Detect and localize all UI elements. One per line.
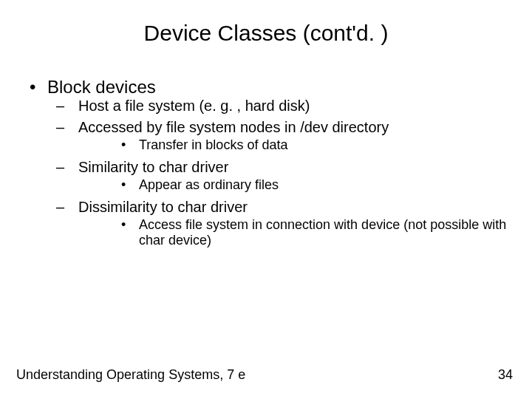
list-item-text: Similarity to char driver [78,159,228,176]
list-item: – Accessed by file system nodes in /dev … [56,119,510,153]
bullet-list: • Block devices – Host a file system (e.… [22,77,510,248]
list-item: – Dissimilarity to char driver • Access … [56,199,510,248]
list-item-text: Transfer in blocks of data [139,137,287,153]
bullet-icon: • [121,217,139,248]
dash-icon: – [56,119,78,136]
list-item-text: Host a file system (e. g. , hard disk) [78,98,310,115]
page-number: 34 [498,367,513,383]
list-item: • Appear as ordinary files [121,177,510,193]
list-item-text: Dissimilarity to char driver [78,199,248,216]
list-item: • Block devices – Host a file system (e.… [22,77,510,248]
footer-source: Understanding Operating Systems, 7 e [16,367,245,383]
dash-icon: – [56,159,78,176]
bullet-icon: • [22,77,47,98]
dash-icon: – [56,199,78,216]
list-item-text: Accessed by file system nodes in /dev di… [78,119,389,136]
slide: Device Classes (cont'd. ) • Block device… [0,0,532,399]
list-item: – Similarity to char driver • Appear as … [56,159,510,193]
list-item: • Transfer in blocks of data [121,137,510,153]
dash-icon: – [56,98,78,115]
bullet-icon: • [121,177,139,193]
list-item: – Host a file system (e. g. , hard disk) [56,98,510,115]
list-item-text: Block devices [47,77,156,98]
list-item-text: Appear as ordinary files [139,177,279,193]
slide-title: Device Classes (cont'd. ) [22,21,510,46]
list-item-text: Access file system in connection with de… [139,217,510,248]
bullet-icon: • [121,137,139,153]
list-item: • Access file system in connection with … [121,217,510,248]
